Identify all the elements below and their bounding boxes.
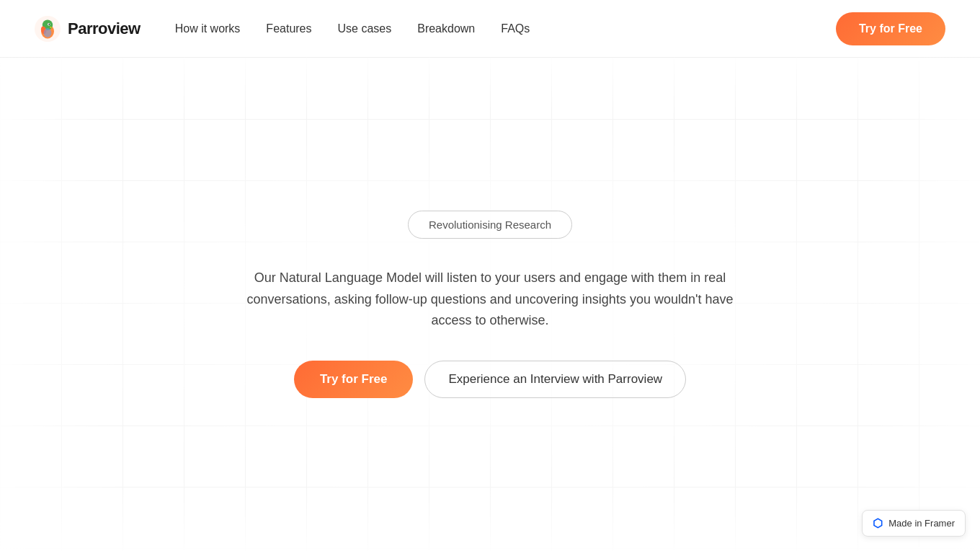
experience-interview-button[interactable]: Experience an Interview with Parroview [424,361,686,398]
nav-faqs[interactable]: FAQs [501,22,530,35]
nav-features[interactable]: Features [266,22,311,35]
nav-how-it-works[interactable]: How it works [175,22,241,35]
logo-text: Parroview [68,19,141,38]
svg-point-4 [48,23,50,25]
framer-badge: ⬡ Made in Framer [862,510,966,537]
try-free-button[interactable]: Try for Free [294,361,414,398]
svg-point-6 [44,28,52,38]
nav-links: How it works Features Use cases Breakdow… [175,22,530,35]
hero-description: Our Natural Language Model will listen t… [245,268,735,332]
framer-label: Made in Framer [888,518,955,529]
hero-content: Revolutionising Research Our Natural Lan… [245,211,735,398]
hero-badge: Revolutionising Research [408,211,572,239]
logo-link[interactable]: Parroview [35,16,141,42]
cta-buttons-group: Try for Free Experience an Interview wit… [294,361,686,398]
nav-use-cases[interactable]: Use cases [338,22,392,35]
logo-icon [35,16,61,42]
navbar: Parroview How it works Features Use case… [0,0,980,58]
nav-cta-button[interactable]: Try for Free [836,12,945,45]
nav-breakdown[interactable]: Breakdown [417,22,475,35]
hero-section: Revolutionising Research Our Natural Lan… [0,58,980,551]
framer-icon: ⬡ [873,516,883,530]
